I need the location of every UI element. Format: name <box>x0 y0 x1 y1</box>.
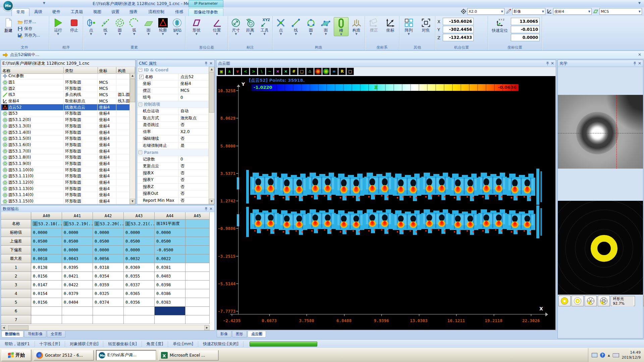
table-cell[interactable]: 0.0422 <box>62 281 93 289</box>
tab-图像处理参数[interactable]: 图像处理参数 <box>189 8 223 16</box>
target-green-icon[interactable]: ⊕ <box>322 68 330 75</box>
table-cell[interactable]: 0.0500 <box>124 237 155 246</box>
尺寸-button[interactable]: 尺寸▼ <box>229 17 243 36</box>
table-cell[interactable] <box>185 220 210 228</box>
scroll-down-icon[interactable]: ▼ <box>130 199 135 204</box>
停止-button[interactable]: 停止 <box>67 17 81 33</box>
阵列-button[interactable]: 阵列▼ <box>402 17 416 36</box>
tree-row[interactable]: 坐标4取坐标原点MCS线3,圆1,... <box>1 98 130 105</box>
工具-button[interactable]: XYZ工具▼ <box>258 17 272 36</box>
window-icon[interactable]: □ <box>346 68 354 75</box>
pin-icon[interactable] <box>633 61 636 66</box>
output-tab-数据输出[interactable]: 数据输出 <box>1 331 23 338</box>
tab-设置[interactable]: 设置 <box>107 8 124 16</box>
table-cell[interactable]: 0.0000 <box>124 228 155 237</box>
table-cell[interactable] <box>185 272 210 281</box>
new-button[interactable]: 新建 <box>1 17 16 38</box>
tree-row[interactable]: 圆53.1.9(0)环形取圆坐标4 <box>1 161 130 167</box>
property-value[interactable]: 否 <box>179 170 209 177</box>
table-cell[interactable]: 0.0354 <box>93 272 124 281</box>
light-button-1[interactable] <box>558 296 571 306</box>
scatter-icon[interactable]: ∴ <box>306 68 314 75</box>
table-cell[interactable]: 0.0156 <box>31 272 62 281</box>
titlebar-options-arrow-icon[interactable]: ▼ <box>638 1 641 5</box>
cnc-scrollbar[interactable]: ▲ ▼ <box>209 67 214 204</box>
table-cell[interactable] <box>185 246 210 254</box>
table-cell[interactable] <box>62 307 93 315</box>
table-cell[interactable]: 0.0500 <box>93 237 124 246</box>
region-r-icon[interactable]: R <box>338 68 346 75</box>
table-cell[interactable]: 0.0398 <box>155 281 185 289</box>
table-cell[interactable] <box>185 263 210 272</box>
table-cell[interactable]: 0.0365 <box>124 289 155 298</box>
property-value[interactable]: 激光取点 <box>179 115 209 122</box>
tab-硬件[interactable]: 硬件 <box>48 8 65 16</box>
table-cell[interactable]: 圆53.2.18(... <box>31 220 62 228</box>
property-value[interactable]: 是 <box>179 142 209 149</box>
property-value[interactable]: 0 <box>179 94 209 101</box>
property-value[interactable]: 否 <box>179 122 209 128</box>
形状-button[interactable]: 形状▼ <box>190 17 204 36</box>
column-header-A43[interactable]: A43 <box>124 212 155 220</box>
property-value[interactable]: 否 <box>179 135 209 142</box>
table-cell[interactable]: 0.0000 <box>62 228 93 237</box>
pin-icon[interactable] <box>546 61 549 66</box>
slope-icon[interactable]: \ <box>258 68 265 75</box>
valley-down-icon[interactable]: ∨ <box>234 68 241 75</box>
tree-row[interactable]: 圆2环形取圆MCS <box>1 85 130 92</box>
quick-position-button[interactable]: X Y Z快速定位 <box>490 18 509 41</box>
cloud-tab-点云图[interactable]: 点云图 <box>248 331 266 338</box>
tree-row[interactable]: 圆53.1.5(0)环形取圆坐标4 <box>1 136 130 142</box>
table-cell[interactable] <box>155 307 185 315</box>
坐标-button[interactable]: 坐标 <box>383 17 397 33</box>
fit-view-icon[interactable]: ▣ <box>218 68 225 75</box>
位置-button[interactable]: 位置▼ <box>210 17 224 36</box>
checkbox-checked-icon[interactable]: ✓ <box>139 75 144 79</box>
点-button[interactable]: 点▼ <box>274 17 288 36</box>
tab-工具箱[interactable]: 工具箱 <box>66 8 88 16</box>
槽-button[interactable]: 槽▼ <box>334 17 348 36</box>
table-cell[interactable]: 0.0018 <box>31 254 62 263</box>
tree-scrollbar[interactable]: ▲ ▼ <box>129 73 135 204</box>
保存-button[interactable]: 保存 <box>17 26 40 32</box>
table-cell[interactable] <box>31 307 62 315</box>
collapse-icon[interactable]: − <box>139 103 142 106</box>
app-logo[interactable]: Me <box>3 0 13 11</box>
tree-row[interactable]: 圆1环形取圆MCS <box>1 79 130 86</box>
pin-icon[interactable] <box>205 207 208 211</box>
help-tray-icon[interactable]: ? <box>600 353 605 358</box>
tree-row[interactable]: 圆53.1.10(0)环形取圆坐标4 <box>1 167 130 173</box>
距离-button[interactable]: m距离▼ <box>243 17 257 36</box>
pin-icon[interactable] <box>205 61 208 66</box>
property-value[interactable]: 点云52 <box>179 74 209 80</box>
cross-green-icon[interactable]: × <box>282 68 289 75</box>
tree-row[interactable]: 圆53.1.2(0)环形取圆坐标4 <box>1 117 130 123</box>
table-cell[interactable] <box>185 307 210 315</box>
tab-流程控制[interactable]: 流程控制 <box>143 8 170 16</box>
table-cell[interactable]: 0.0000 <box>62 246 93 254</box>
property-value[interactable]: 0 <box>179 156 209 163</box>
tree-row[interactable]: 圆53.1.15(0)环形取圆坐标4 <box>1 198 130 204</box>
table-cell[interactable]: 0.0000 <box>31 228 62 237</box>
tree-col-坐标[interactable]: 坐标 <box>98 67 117 73</box>
light-button-2[interactable] <box>572 296 584 306</box>
运行-button[interactable]: 运行▼ <box>51 17 65 36</box>
property-value[interactable]: MCS <box>179 87 209 94</box>
tab-传感[interactable]: 传感 <box>170 8 188 16</box>
table-cell[interactable]: 0.0000 <box>93 246 124 254</box>
property-value[interactable]: X2.0 <box>179 129 209 135</box>
table-cell[interactable]: 0.0421 <box>62 272 93 281</box>
table-cell[interactable]: 圆53.2.19(... <box>62 220 93 228</box>
cloud-panel-close-icon[interactable]: ✕ <box>551 61 554 65</box>
camera-live-view[interactable] <box>558 95 643 169</box>
cloud-tab-影像[interactable]: 影像 <box>217 331 231 338</box>
table-cell[interactable] <box>93 307 124 315</box>
profile-icon[interactable]: ~ <box>266 68 273 75</box>
轮廓-button[interactable]: 轮廓▼ <box>156 17 170 36</box>
keyboard-tray-icon[interactable] <box>613 353 619 357</box>
property-value[interactable]: 否 <box>179 190 209 197</box>
scroll-left-icon[interactable]: ◀ <box>1 325 6 330</box>
tree-row[interactable]: 圆53环形取圆坐标4 <box>1 111 130 117</box>
tree-scrollbar-thumb[interactable] <box>130 79 135 102</box>
table-cell[interactable] <box>185 237 210 246</box>
